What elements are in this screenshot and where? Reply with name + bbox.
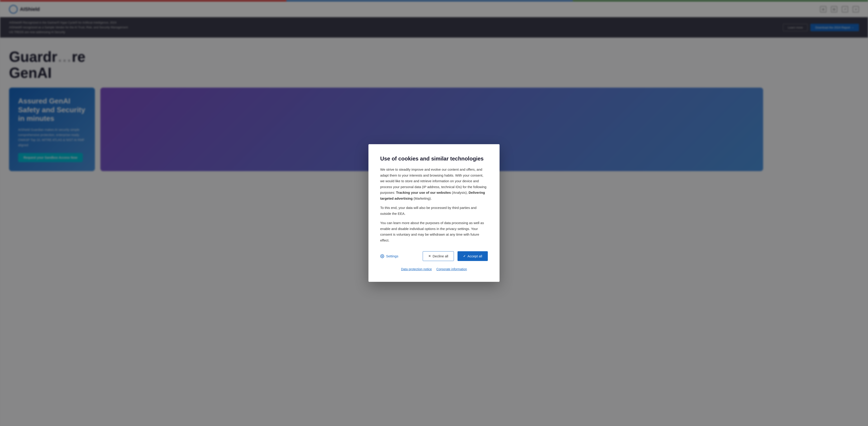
- modal-overlay: Use of cookies and similar technologies …: [0, 0, 868, 426]
- accept-label: Accept all: [467, 254, 482, 258]
- cookie-body-paragraph2: To this end, your data will also be proc…: [380, 205, 488, 217]
- cookie-bold1: Tracking your use of our websites: [396, 191, 451, 194]
- cookie-body-paragraph1: We strive to steadily improve and evolve…: [380, 167, 488, 201]
- gear-icon: [380, 254, 384, 258]
- check-icon: ✓: [463, 254, 466, 258]
- svg-point-0: [382, 256, 383, 257]
- settings-button[interactable]: Settings: [380, 254, 398, 258]
- settings-label: Settings: [386, 254, 398, 258]
- data-protection-link[interactable]: Data protection notice: [401, 267, 432, 271]
- accept-all-button[interactable]: ✓ Accept all: [458, 251, 488, 261]
- x-icon: ✕: [428, 254, 431, 258]
- decline-all-button[interactable]: ✕ Decline all: [423, 251, 454, 261]
- decline-label: Decline all: [433, 254, 448, 258]
- cookie-dialog: Use of cookies and similar technologies …: [368, 144, 500, 282]
- corporate-information-link[interactable]: Corporate information: [436, 267, 467, 271]
- cookie-body-paragraph3: You can learn more about the purposes of…: [380, 220, 488, 243]
- cookie-links: Data protection notice Corporate informa…: [380, 267, 488, 271]
- cookie-dialog-title: Use of cookies and similar technologies: [380, 155, 488, 162]
- cookie-actions: Settings ✕ Decline all ✓ Accept all: [380, 251, 488, 261]
